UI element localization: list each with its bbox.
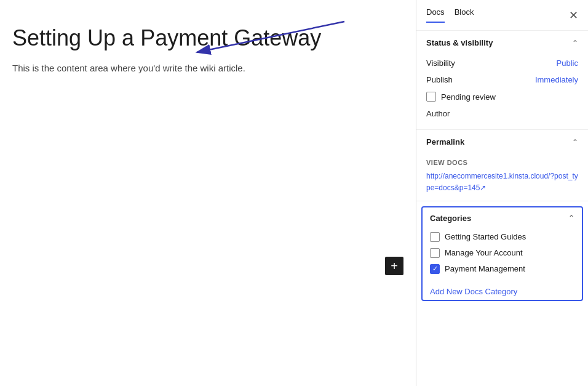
permalink-section: Permalink ⌃ VIEW DOCS http://anecommerce… — [416, 130, 588, 201]
visibility-value[interactable]: Public — [557, 58, 578, 68]
main-content-area: Setting Up a Payment Gateway This is the… — [0, 0, 416, 386]
category-checkbox-payment-management[interactable]: ✓ — [430, 264, 440, 274]
category-label-payment-management: Payment Management — [445, 264, 525, 273]
page-title: Setting Up a Payment Gateway — [12, 25, 391, 51]
visibility-label: Visibility — [426, 58, 455, 68]
status-visibility-title: Status & visibility — [426, 38, 493, 47]
status-visibility-chevron: ⌃ — [572, 39, 578, 47]
close-button[interactable]: ✕ — [569, 10, 578, 21]
permalink-header[interactable]: Permalink ⌃ — [416, 130, 588, 154]
categories-header[interactable]: Categories ⌃ — [423, 207, 582, 229]
page-body: This is the content area where you'd wri… — [12, 61, 391, 76]
permalink-chevron: ⌃ — [572, 138, 578, 147]
status-visibility-section: Status & visibility ⌃ Visibility Public … — [416, 31, 588, 130]
publish-value[interactable]: Immediately — [535, 75, 578, 84]
publish-label: Publish — [426, 75, 453, 84]
categories-section: Categories ⌃ Getting Started Guides Mana… — [421, 206, 583, 301]
view-docs-label: VIEW DOCS — [426, 156, 578, 170]
categories-body: Getting Started Guides Manage Your Accou… — [423, 229, 582, 283]
tab-block[interactable]: Block — [455, 7, 474, 23]
category-checkbox-manage-account[interactable] — [430, 248, 440, 258]
tab-docs[interactable]: Docs — [426, 7, 445, 23]
permalink-link[interactable]: http://anecommercesite1.kinsta.cloud/?po… — [426, 172, 578, 192]
pending-review-label: Pending review — [441, 92, 496, 102]
category-label-manage-account: Manage Your Account — [445, 248, 523, 257]
publish-row: Publish Immediately — [426, 71, 578, 88]
pending-review-row: Pending review — [426, 88, 578, 105]
sidebar: Docs Block ✕ Status & visibility ⌃ Visib… — [416, 0, 588, 386]
pending-review-checkbox[interactable] — [426, 92, 436, 102]
author-row: Author — [426, 105, 578, 122]
categories-chevron: ⌃ — [568, 214, 574, 222]
categories-title: Categories — [430, 214, 471, 223]
category-item-manage-account: Manage Your Account — [430, 245, 574, 261]
visibility-row: Visibility Public — [426, 55, 578, 71]
category-item-getting-started: Getting Started Guides — [430, 229, 574, 245]
permalink-title: Permalink — [426, 137, 464, 147]
add-block-button[interactable]: + — [385, 257, 403, 275]
permalink-body: VIEW DOCS http://anecommercesite1.kinsta… — [416, 154, 588, 201]
add-category-link[interactable]: Add New Docs Category — [423, 283, 582, 300]
category-label-getting-started: Getting Started Guides — [445, 232, 526, 241]
category-item-payment-management: ✓ Payment Management — [430, 261, 574, 277]
sidebar-header: Docs Block ✕ — [416, 0, 588, 31]
status-visibility-body: Visibility Public Publish Immediately Pe… — [416, 55, 588, 129]
status-visibility-header[interactable]: Status & visibility ⌃ — [416, 31, 588, 55]
tab-group: Docs Block — [426, 7, 569, 23]
category-checkbox-getting-started[interactable] — [430, 232, 440, 242]
